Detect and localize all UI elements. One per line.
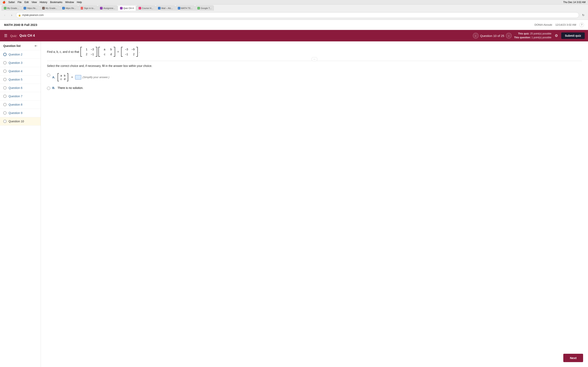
m2r2c2: d [108, 52, 112, 57]
history-menu[interactable]: History [40, 1, 47, 4]
edit-menu[interactable]: Edit [25, 1, 29, 4]
choice-a-bracket-open [58, 73, 59, 81]
mac-toolbar: 🍎 Safari File Edit View History Bookmark… [0, 0, 588, 4]
sidebar-item-q5[interactable]: Question 5 [0, 75, 41, 84]
sidebar-item-q6[interactable]: Question 6 [0, 84, 41, 92]
browser-tab-5[interactable]: MS Sign in to... [78, 5, 97, 11]
bookmarks-menu[interactable]: Bookmarks [50, 1, 62, 4]
tab-label-2: https://le... [27, 7, 37, 9]
help-menu[interactable]: Help [77, 1, 82, 4]
choice-a-m-r1c2: b [64, 74, 65, 77]
browser-tab-8[interactable]: C Course H... [136, 5, 156, 11]
tab-favicon-10: M [178, 7, 180, 9]
browser-tab-10[interactable]: M MATH TE... [176, 5, 195, 11]
browser-tab-2[interactable]: B https://le... [21, 5, 40, 11]
question-stem: Find a, b, c, and d so that 1 −3 2 −1 a … [47, 46, 582, 58]
question-content: Find a, b, c, and d so that 1 −3 2 −1 a … [41, 42, 588, 367]
quiz-prefix: Quiz: [10, 34, 17, 38]
browser-tab-9[interactable]: O Mail – Alz... [156, 5, 175, 11]
expand-handle[interactable]: ··· [311, 57, 317, 61]
main-layout: Question list ⇤ Question 2 Question 3 Qu… [0, 42, 588, 367]
browser-tab-4[interactable]: B https://le... [60, 5, 78, 11]
tab-label-4: https://le... [66, 7, 76, 9]
forward-button[interactable]: › [9, 12, 14, 18]
quiz-header-left: ☰ Quiz: Quiz CH 4 [3, 33, 470, 39]
q5-radio [3, 78, 7, 81]
browser-tabs: G My Grade... B https://le... M My Grade… [0, 4, 588, 11]
browser-tab-6[interactable]: P Assignme... [98, 5, 117, 11]
tab-label-7: Quiz CH 4 [123, 7, 134, 9]
apple-icon[interactable]: 🍎 [2, 1, 6, 4]
middle-bracket-open [98, 47, 100, 57]
view-menu[interactable]: View [31, 1, 37, 4]
matrix-left-group: 1 −3 2 −1 [80, 46, 97, 58]
username: DONIA Alzoubi [535, 23, 552, 26]
q9-radio [3, 111, 7, 115]
browser-tab-3[interactable]: M My Grade... [40, 5, 60, 11]
tab-label-1: My Grade... [7, 7, 19, 9]
sidebar-item-q9[interactable]: Question 9 [0, 109, 41, 117]
expand-button[interactable]: ··· [311, 57, 317, 61]
q2-radio [3, 53, 7, 56]
tab-label-6: Assignme... [103, 7, 115, 9]
next-button[interactable]: Next [563, 354, 583, 362]
file-menu[interactable]: File [17, 1, 21, 4]
choice-a-bracket-close [67, 73, 68, 81]
safari-menu[interactable]: Safari [8, 1, 15, 4]
m2r1c2: b [108, 47, 112, 52]
tab-label-11: Google T... [201, 7, 212, 9]
prev-question-button[interactable]: ‹ [473, 33, 479, 39]
q7-label: Question 7 [9, 95, 22, 98]
back-button[interactable]: ‹ [2, 12, 7, 18]
period: . [139, 50, 140, 53]
sidebar-item-q2[interactable]: Question 2 [0, 50, 41, 59]
right-bracket-close [136, 47, 138, 57]
collapse-sidebar-button[interactable]: ⇤ [35, 44, 37, 48]
sidebar-item-q7[interactable]: Question 7 [0, 92, 41, 100]
this-quiz-label: This quiz: [518, 32, 529, 35]
browser-tab-1[interactable]: G My Grade... [2, 5, 21, 11]
q10-label: Question 10 [9, 120, 24, 123]
mac-time: Thu Dec 14 3:02 AM [563, 1, 586, 4]
matrix-middle-content: a b c d [101, 46, 113, 58]
submit-quiz-button[interactable]: Submit quiz [561, 33, 585, 39]
settings-button[interactable]: ⚙ [555, 33, 558, 38]
quiz-header: ☰ Quiz: Quiz CH 4 ‹ Question 10 of 25 › … [0, 30, 588, 42]
mac-system-icons: Thu Dec 14 3:02 AM [563, 1, 586, 4]
q4-label: Question 4 [9, 69, 22, 73]
app-header-right: DONIA Alzoubi 12/14/23 3:02 AM ? [535, 23, 584, 27]
tab-favicon-2: B [24, 7, 26, 9]
sidebar-item-q10[interactable]: Question 10 [0, 117, 41, 125]
choice-a-radio[interactable] [47, 74, 50, 77]
divider-section: ··· [47, 61, 582, 61]
quiz-navigation: ‹ Question 10 of 25 › [473, 33, 512, 39]
choice-b-text: There is no solution. [58, 86, 83, 90]
url-text: mylab.pearson.com [22, 14, 44, 17]
help-button[interactable]: ? [579, 23, 584, 27]
lock-icon: 🔒 [18, 14, 21, 17]
m1r2c2: −1 [90, 52, 94, 57]
browser-tab-7[interactable]: P Quiz CH 4 [118, 5, 136, 11]
left-bracket-close [95, 47, 97, 57]
tab-favicon-9: O [158, 7, 160, 9]
q10-radio [3, 120, 7, 123]
browser-toolbar: ‹ › 🔒 mylab.pearson.com ↻ [0, 11, 588, 20]
q4-radio [3, 69, 7, 73]
m1r1c1: 1 [84, 47, 87, 52]
tab-label-10: MATH TE... [181, 7, 192, 9]
datetime: 12/14/23 3:02 AM [555, 23, 576, 26]
answer-input-field[interactable] [75, 75, 81, 80]
sidebar-item-q4[interactable]: Question 4 [0, 67, 41, 75]
sidebar-item-q8[interactable]: Question 8 [0, 100, 41, 109]
url-bar[interactable]: 🔒 mylab.pearson.com [16, 12, 579, 18]
hamburger-button[interactable]: ☰ [3, 33, 8, 39]
browser-tab-11[interactable]: G Google T... [195, 5, 214, 11]
window-menu[interactable]: Window [65, 1, 74, 4]
sidebar-item-q3[interactable]: Question 3 [0, 59, 41, 67]
middle-bracket-close [113, 47, 115, 57]
matrix-right-group: −3 −9 −1 2 [121, 46, 138, 58]
q7-radio [3, 95, 7, 98]
choice-b-radio[interactable] [47, 87, 50, 90]
reload-button[interactable]: ↻ [581, 12, 586, 18]
next-question-button[interactable]: › [506, 33, 512, 39]
